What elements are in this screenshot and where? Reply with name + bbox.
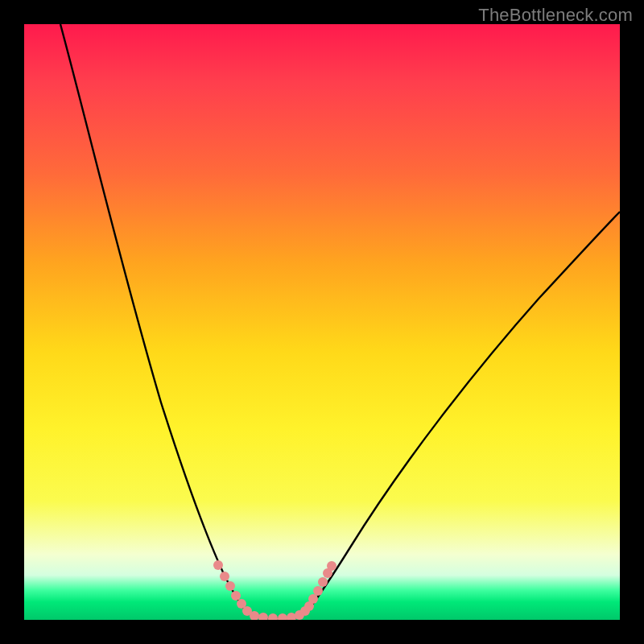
svg-point-15 bbox=[313, 586, 323, 596]
svg-point-18 bbox=[327, 561, 336, 571]
svg-point-14 bbox=[308, 594, 318, 604]
svg-point-16 bbox=[318, 577, 328, 587]
watermark-text: TheBottleneck.com bbox=[478, 5, 633, 26]
chart-frame: TheBottleneck.com bbox=[0, 0, 644, 644]
svg-point-1 bbox=[220, 572, 229, 581]
optimal-zone-marker bbox=[213, 560, 336, 620]
curve-layer bbox=[24, 24, 620, 620]
svg-point-9 bbox=[278, 613, 287, 620]
svg-point-7 bbox=[258, 613, 268, 620]
svg-point-0 bbox=[213, 560, 223, 570]
plot-area bbox=[24, 24, 620, 620]
svg-point-8 bbox=[268, 613, 278, 620]
bottleneck-curve bbox=[60, 24, 620, 618]
svg-point-2 bbox=[225, 581, 235, 591]
svg-point-3 bbox=[231, 591, 241, 601]
